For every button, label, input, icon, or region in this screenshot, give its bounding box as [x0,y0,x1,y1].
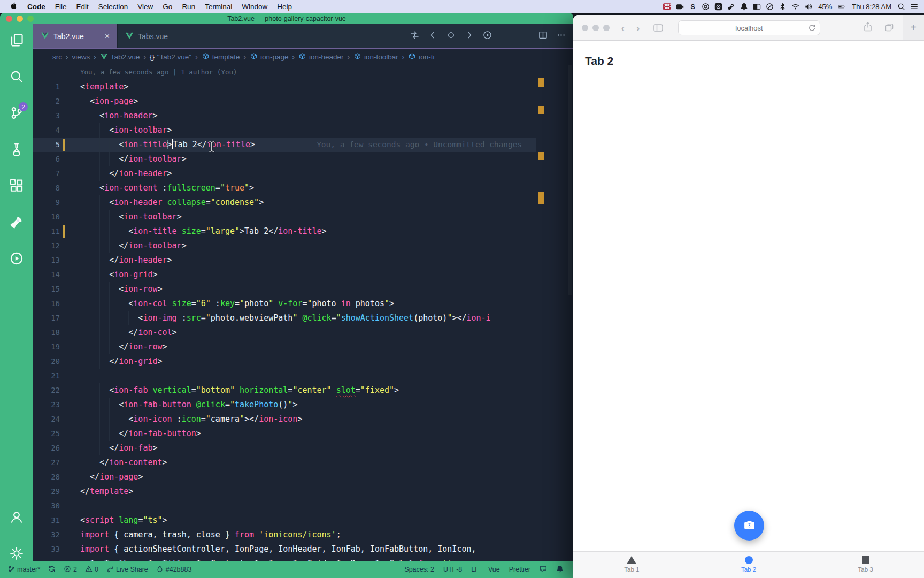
code-line-5[interactable]: 5 <ion-title>Tab 2</ion-title>You, a few… [33,138,573,152]
status-lf[interactable]: LF [471,566,479,573]
bell-icon[interactable] [740,2,749,11]
minimize-window-button[interactable] [592,25,599,31]
search-icon[interactable] [9,69,24,84]
sidebar-icon[interactable] [651,21,665,34]
status--42b883[interactable]: #42b883 [156,565,192,574]
tab-button-tab-2[interactable]: Tab 2 [690,552,807,578]
code-line-2[interactable]: 2 <ion-page> [33,94,573,109]
breadcrumb-item-ion-page[interactable]: ion-page [250,52,289,62]
compass-icon[interactable] [765,2,774,11]
menu-item-go[interactable]: Go [158,3,177,11]
code-line-29[interactable]: 29</template> [33,484,573,499]
new-tab-button[interactable]: + [906,21,920,35]
code-line-7[interactable]: 7 </ion-header> [33,166,573,181]
close-window-button[interactable] [582,25,588,31]
status-feedback-icon[interactable] [540,565,547,574]
gear-icon[interactable] [9,546,24,561]
status-vue[interactable]: Vue [488,566,500,573]
code-line-32[interactable]: 32import { camera, trash, close } from '… [33,528,573,542]
code-line-13[interactable]: 13 </ion-header> [33,253,573,268]
code-line-28[interactable]: 28 </ion-page> [33,470,573,484]
code-line-12[interactable]: 12 </ion-toolbar> [33,239,573,253]
s-icon[interactable]: S [688,2,697,11]
rocket-icon[interactable] [9,215,24,230]
code-line-34[interactable]: 34 IonToolbar, IonTitle, IonContent, Ion… [33,557,573,561]
chevron-right-icon[interactable] [465,31,474,42]
code-line-30[interactable]: 30 [33,499,573,513]
status-prettier[interactable]: Prettier [509,566,530,573]
reload-icon[interactable] [808,24,816,32]
compare-icon[interactable] [410,31,419,42]
more-icon[interactable] [557,31,566,42]
minimize-window-button[interactable] [17,16,23,22]
menu-clock[interactable]: Thu 8:28 AM [850,3,893,11]
tab-button-tab-1[interactable]: Tab 1 [573,552,690,578]
code-line-26[interactable]: 26 </ion-fab> [33,441,573,455]
minimap[interactable] [536,65,573,561]
status-bell-icon[interactable] [556,565,564,574]
code-line-14[interactable]: 14 <ion-grid> [33,268,573,282]
menu-item-window[interactable]: Window [237,3,272,11]
code-line-20[interactable]: 20 </ion-grid> [33,354,573,369]
menu-item-help[interactable]: Help [272,3,297,11]
extensions-icon[interactable] [9,178,24,193]
back-button[interactable]: ‹ [616,21,630,34]
code-line-25[interactable]: 25 </ion-fab-button> [33,427,573,441]
code-line-11[interactable]: 11 <ion-title size="large">Tab 2</ion-ti… [33,224,573,239]
menu-item-terminal[interactable]: Terminal [200,3,237,11]
breadcrumb-item--tab2-vue-[interactable]: {}"Tab2.vue" [150,53,191,61]
breadcrumb-item-views[interactable]: views [72,53,90,61]
code-line-22[interactable]: 22 <ion-fab vertical="bottom" horizontal… [33,383,573,398]
address-bar[interactable]: localhost [678,20,820,35]
code-line-31[interactable]: 31<script lang="ts"> [33,513,573,528]
code-line-24[interactable]: 24 <ion-icon :icon="camera"></ion-icon> [33,412,573,427]
status-sync-icon[interactable] [48,565,56,574]
code-line-10[interactable]: 10 <ion-toolbar> [33,210,573,224]
status-live-share[interactable]: Live Share [106,565,148,574]
list-icon[interactable] [910,2,919,11]
split-editor-icon[interactable] [538,31,548,42]
code-line-1[interactable]: 1<template> [33,80,573,94]
search-icon[interactable] [897,2,906,11]
breadcrumb-item-ion-toolbar[interactable]: ion-toolbar [353,52,398,62]
record-icon[interactable] [714,2,723,11]
circle-icon[interactable] [446,31,456,42]
zoom-window-button[interactable] [27,16,34,22]
volume-icon[interactable] [804,2,813,11]
menu-item-file[interactable]: File [50,3,72,11]
breadcrumb-item-ion-ti[interactable]: ion-ti [408,52,434,62]
code-line-17[interactable]: 17 <ion-img :src="photo.webviewPath" @cl… [33,311,573,325]
film-icon[interactable] [663,2,672,11]
menu-item-selection[interactable]: Selection [94,3,133,11]
code-line-3[interactable]: 3 <ion-header> [33,109,573,123]
code-line-4[interactable]: 4 <ion-toolbar> [33,123,573,138]
codelens-annotation[interactable]: You, a few seconds ago | 1 author (You) [80,68,237,76]
bluetooth-icon[interactable] [778,2,787,11]
play-circle-icon[interactable] [9,251,24,266]
rocket-icon[interactable] [727,2,736,11]
code-line-9[interactable]: 9 <ion-header collapse="condense"> [33,195,573,210]
tabs-overview-icon[interactable] [882,21,896,34]
status-master-[interactable]: master* [7,565,40,574]
menu-item-run[interactable]: Run [177,3,200,11]
chevron-left-icon[interactable] [428,31,437,42]
window-split-icon[interactable] [752,2,761,11]
code-line-18[interactable]: 18 </ion-col> [33,325,573,340]
code-line-8[interactable]: 8 <ion-content :fullscreen="true"> [33,181,573,195]
wifi-icon[interactable] [791,2,800,11]
flask-icon[interactable] [9,142,24,157]
editor-tab-tabs.vue[interactable]: Tabs.vue [118,24,202,48]
status-2[interactable]: 2 [64,565,77,574]
status-0[interactable]: 0 [85,565,98,574]
zoom-window-button[interactable] [603,25,610,31]
close-tab-icon[interactable]: × [98,32,110,41]
status-utf-8[interactable]: UTF-8 [443,566,462,573]
source-control-icon[interactable]: 2 [9,105,24,120]
share-icon[interactable] [861,20,875,33]
menu-item-code[interactable]: Code [22,3,50,11]
code-line-33[interactable]: 33import { actionSheetController, IonPag… [33,542,573,557]
breadcrumb-item-src[interactable]: src [52,53,62,61]
code-line-6[interactable]: 6 </ion-toolbar> [33,152,573,166]
account-icon[interactable] [9,509,24,524]
breadcrumb-item-ion-header[interactable]: ion-header [298,52,344,62]
